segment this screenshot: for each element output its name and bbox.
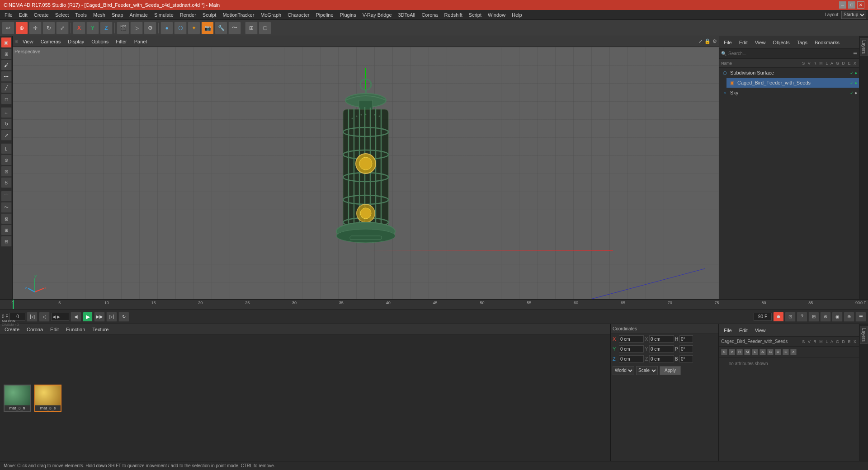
y-pos-input[interactable] (619, 345, 644, 352)
scale-select[interactable]: Scale (636, 366, 658, 375)
camera-tool[interactable]: 📷 (201, 22, 214, 34)
brush-btn[interactable]: ⌒ (1, 191, 12, 202)
vp-lock-btn[interactable]: 🔒 (704, 38, 711, 44)
menu-help[interactable]: Help (509, 11, 525, 19)
close-button[interactable]: ✕ (857, 1, 864, 9)
render-btn[interactable]: ▷ (130, 22, 143, 34)
maximize-button[interactable]: □ (848, 1, 855, 9)
y-rot-input[interactable] (649, 345, 674, 352)
vp-menu-options[interactable]: Options (89, 38, 111, 45)
play-fwd-btn[interactable]: ▶▶ (94, 312, 105, 322)
frame-forward-start[interactable]: |◁ (27, 312, 38, 322)
vp-menu-filter[interactable]: Filter (113, 38, 129, 45)
menu-render[interactable]: Render (177, 11, 199, 19)
z-rot-input[interactable] (649, 355, 674, 362)
obj-menu-view[interactable]: View (752, 39, 769, 46)
extrude-btn[interactable]: ⊠ (1, 213, 12, 224)
grid-toggle[interactable]: ⊞ (245, 22, 258, 34)
menu-pipeline[interactable]: Pipeline (313, 11, 336, 19)
motion3-btn[interactable]: ⊕ (844, 312, 854, 322)
paint-mode-btn[interactable]: 🖌 (1, 60, 12, 70)
menu-character[interactable]: Character (285, 11, 312, 19)
x-axis-btn[interactable]: X (73, 22, 85, 34)
menu-sculpt[interactable]: Sculpt (200, 11, 219, 19)
layers-tab-bottom[interactable]: Layers (860, 326, 868, 344)
fill-selection-btn[interactable]: S (1, 177, 12, 188)
layout-select[interactable]: Startup (841, 11, 866, 19)
key-btn[interactable]: ? (797, 312, 807, 322)
viewport[interactable]: Perspective (13, 47, 719, 308)
render-region-btn[interactable]: 🎬 (117, 22, 129, 34)
minimize-button[interactable]: ─ (839, 1, 846, 9)
record-btn[interactable]: ⏺ (773, 312, 784, 322)
obj-item-bird-feeder[interactable]: ▣ Caged_Bird_Feeder_with_Seeds ✓ ● (726, 78, 859, 88)
obj-menu-tags[interactable]: Tags (794, 39, 810, 46)
mat-menu-corona[interactable]: Corona (24, 326, 46, 333)
spline-tool[interactable]: 〜 (228, 22, 241, 34)
menu-script[interactable]: Script (466, 11, 484, 19)
knife-btn[interactable]: ⊟ (1, 236, 12, 247)
deformer-tool[interactable]: 🔧 (215, 22, 227, 34)
scale-button[interactable]: ⤢ (56, 22, 69, 34)
menu-plugins[interactable]: Plugins (337, 11, 359, 19)
attr-icon-v[interactable]: V (729, 349, 735, 355)
menu-edit[interactable]: Edit (16, 11, 30, 19)
light-tool[interactable]: ✦ (188, 22, 200, 34)
points-mode-btn[interactable]: ••• (1, 71, 12, 82)
menu-animate[interactable]: Animate (127, 11, 151, 19)
auto-key-btn[interactable]: ⊡ (785, 312, 796, 322)
menu-snap[interactable]: Snap (109, 11, 126, 19)
attr-icon-x[interactable]: X (790, 349, 797, 355)
apply-button[interactable]: Apply (660, 366, 681, 375)
obj-menu-objects[interactable]: Objects (770, 39, 792, 46)
menu-vray[interactable]: V-Ray Bridge (360, 11, 395, 19)
undo-button[interactable]: ↩ (2, 22, 14, 34)
menu-file[interactable]: File (2, 11, 15, 19)
obj-menu-bookmarks[interactable]: Bookmarks (812, 39, 842, 46)
select-button[interactable]: ⊕ (15, 22, 28, 34)
loop-selection-btn[interactable]: ⊡ (1, 166, 12, 177)
mat-menu-function[interactable]: Function (63, 326, 88, 333)
attr-icon-r[interactable]: R (736, 349, 743, 355)
attr-menu-file[interactable]: File (721, 327, 735, 334)
edges-mode-btn[interactable]: ╱ (1, 82, 12, 93)
attr-menu-edit[interactable]: Edit (736, 327, 750, 334)
lasso-btn[interactable]: L (1, 143, 12, 154)
render-settings-btn[interactable]: ⚙ (144, 22, 156, 34)
bevel-btn[interactable]: ⊞ (1, 225, 12, 235)
world-select[interactable]: World (613, 366, 634, 375)
vp-menu-display[interactable]: Display (65, 38, 87, 45)
x-pos-input[interactable] (619, 335, 644, 343)
menu-window[interactable]: Window (485, 11, 508, 19)
obj-item-sky[interactable]: ○ Sky ✓ ● (719, 88, 859, 98)
attr-icon-m[interactable]: M (744, 349, 750, 355)
attr-icon-d[interactable]: D (775, 349, 781, 355)
menu-motiontracker[interactable]: MotionTracker (220, 11, 257, 19)
smooth-btn[interactable]: 〜 (1, 202, 12, 213)
x-rot-input[interactable] (649, 335, 674, 343)
polygons-mode-btn[interactable]: ◻ (1, 94, 12, 104)
mat-menu-create[interactable]: Create (2, 326, 22, 333)
model-mode-btn[interactable]: ▣ (1, 37, 12, 48)
menu-select[interactable]: Select (52, 11, 72, 19)
p-angle-input[interactable] (679, 345, 693, 352)
attr-icon-l[interactable]: L (752, 349, 758, 355)
menu-3dtoall[interactable]: 3DToAll (396, 11, 418, 19)
prev-key-btn[interactable]: ⊞ (808, 312, 819, 322)
obj-menu-edit[interactable]: Edit (736, 39, 750, 46)
vp-menu-view[interactable]: View (20, 38, 36, 45)
material-swatch-1[interactable]: mat_3_n (4, 385, 31, 412)
vp-menu-cameras[interactable]: Cameras (38, 38, 64, 45)
obj-item-subdivision[interactable]: ⬡ Subdivision Surface ✓ ● (719, 68, 859, 78)
obj-menu-file[interactable]: File (721, 39, 735, 46)
attr-icon-a[interactable]: A (760, 349, 766, 355)
attr-icon-e[interactable]: E (783, 349, 789, 355)
mat-menu-edit[interactable]: Edit (47, 326, 61, 333)
cylinder-tool[interactable]: ⬡ (174, 22, 187, 34)
live-selection-btn[interactable]: ⊙ (1, 155, 12, 165)
b-angle-input[interactable] (679, 355, 693, 362)
frame-fwd-end[interactable]: ▷| (106, 312, 117, 322)
menu-simulate[interactable]: Simulate (151, 11, 176, 19)
menu-mograph[interactable]: MoGraph (258, 11, 284, 19)
play-btn[interactable]: ▶ (83, 312, 93, 322)
